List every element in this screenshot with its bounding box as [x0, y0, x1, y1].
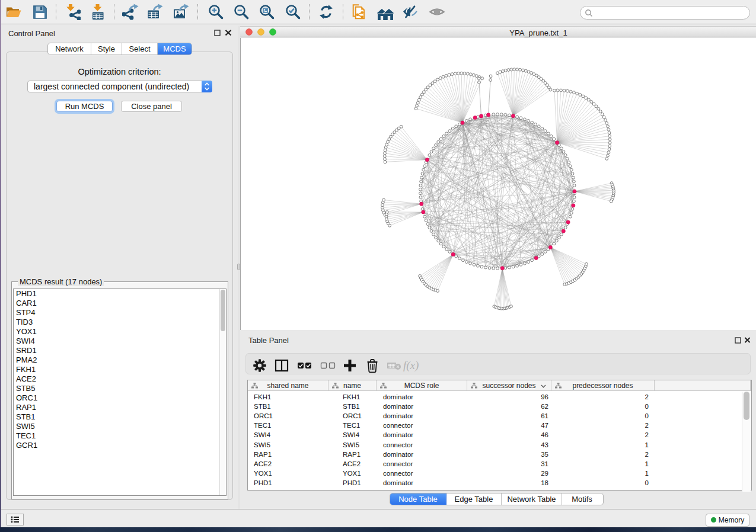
svg-text:f(x): f(x) [403, 359, 419, 372]
